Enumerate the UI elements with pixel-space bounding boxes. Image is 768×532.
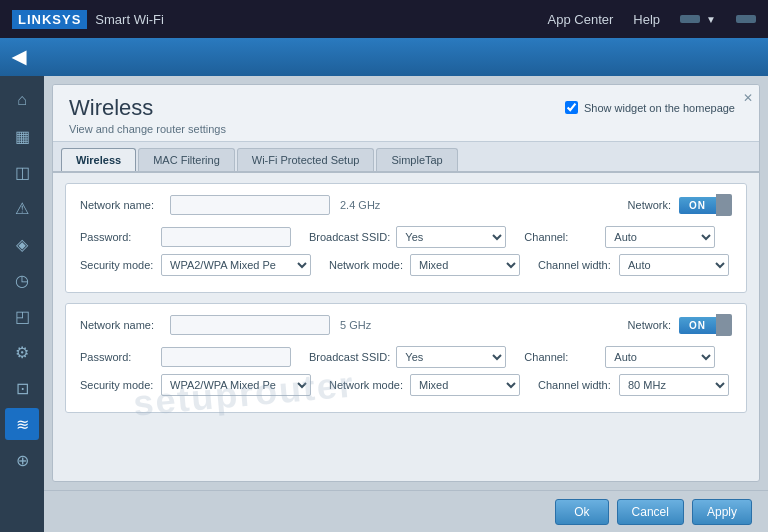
security-mode-label-2-4: Security mode: [80,259,155,271]
widget-checkbox-input[interactable] [565,101,578,114]
widget-checkbox-label: Show widget on the homepage [584,102,735,114]
toggle-on-5: ON [679,317,716,334]
network-name-label-5: Network name: [80,319,170,331]
page-subtitle: View and change router settings [69,123,743,135]
channel-width-select-2-4[interactable]: Auto 20 MHz 40 MHz [619,254,729,276]
linksys-logo: LINKSYS [12,10,87,29]
card-row-1-5: Password: Broadcast SSID: Yes No Channel… [80,346,732,368]
content-panel: Wireless View and change router settings… [52,84,760,482]
card-row-2-5: Security mode: WPA2/WPA Mixed Pe WPA2 Pe… [80,374,732,396]
scroll-area: setuprouter Network name: 2.4 GHz Networ… [53,173,759,481]
settings-nav-button[interactable] [736,15,756,23]
tab-simpletap[interactable]: SimpleTap [376,148,457,171]
page-header: Wireless View and change router settings… [53,85,759,142]
password-input-2-4[interactable] [161,227,291,247]
network-toggle-5: Network: ON [628,314,732,336]
toggle-switch-2-4[interactable]: ON [679,194,732,216]
app-center-link[interactable]: App Center [548,12,614,27]
channel-width-group-2-4: Channel width: Auto 20 MHz 40 MHz [538,254,729,276]
user-dropdown[interactable]: ▼ [680,14,716,25]
sidebar-item-home[interactable]: ⌂ [5,84,39,116]
help-link[interactable]: Help [633,12,660,27]
network-name-label-2-4: Network name: [80,199,170,211]
network-status-label-5: Network: [628,319,671,331]
sidebar-item-router[interactable]: ▦ [5,120,39,152]
password-group-2-4: Password: [80,227,291,247]
channel-select-5[interactable]: Auto 364044 [605,346,715,368]
sidebar-item-camera[interactable]: ⊡ [5,372,39,404]
channel-width-select-5[interactable]: Auto 20 MHz 40 MHz 80 MHz [619,374,729,396]
toggle-slider-2-4 [716,194,732,216]
sidebar-item-wifi[interactable]: ≋ [5,408,39,440]
sidebar-item-shield[interactable]: ⊕ [5,444,39,476]
sidebar-item-settings[interactable]: ⚙ [5,336,39,368]
blue-band: ◀ [0,38,768,76]
broadcast-ssid-group-2-4: Broadcast SSID: Yes No [309,226,506,248]
security-mode-group-2-4: Security mode: WPA2/WPA Mixed Pe WPA2 Pe… [80,254,311,276]
card-row-1-2-4: Password: Broadcast SSID: Yes No Channel… [80,226,732,248]
content-area: Wireless View and change router settings… [44,76,768,532]
channel-select-2-4[interactable]: Auto 1611 [605,226,715,248]
broadcast-ssid-select-5[interactable]: Yes No [396,346,506,368]
channel-group-5: Channel: Auto 364044 [524,346,715,368]
ok-button[interactable]: Ok [555,499,608,525]
apply-button[interactable]: Apply [692,499,752,525]
channel-group-2-4: Channel: Auto 1611 [524,226,715,248]
network-status-label-2-4: Network: [628,199,671,211]
app-name: Smart Wi-Fi [95,12,164,27]
tab-wifi-protected-setup[interactable]: Wi-Fi Protected Setup [237,148,375,171]
back-arrow-icon[interactable]: ◀ [12,46,26,68]
main-layout: ⌂ ▦ ◫ ⚠ ◈ ◷ ◰ ⚙ ⊡ ≋ ⊕ Wireless View and … [0,76,768,532]
network-mode-label-5: Network mode: [329,379,404,391]
card-header-2-4ghz: Network name: 2.4 GHz Network: ON [80,194,732,216]
ghz-label-2-4: 2.4 GHz [340,199,380,211]
network-name-input-2-4[interactable] [170,195,330,215]
sidebar-item-storage[interactable]: ◰ [5,300,39,332]
sidebar: ⌂ ▦ ◫ ⚠ ◈ ◷ ◰ ⚙ ⊡ ≋ ⊕ [0,76,44,532]
network-mode-group-2-4: Network mode: Mixed Wireless-N Only [329,254,520,276]
security-mode-select-5[interactable]: WPA2/WPA Mixed Pe WPA2 Personal None [161,374,311,396]
sidebar-item-security[interactable]: ◈ [5,228,39,260]
tab-wireless[interactable]: Wireless [61,148,136,171]
dropdown-arrow-icon: ▼ [706,14,716,25]
broadcast-ssid-select-2-4[interactable]: Yes No [396,226,506,248]
network-card-5ghz: Network name: 5 GHz Network: ON [65,303,747,413]
bottom-bar: Ok Cancel Apply [44,490,768,532]
toggle-on-2-4: ON [679,197,716,214]
sidebar-item-clock[interactable]: ◷ [5,264,39,296]
toggle-switch-5[interactable]: ON [679,314,732,336]
channel-label-5: Channel: [524,351,599,363]
password-input-5[interactable] [161,347,291,367]
user-button[interactable] [680,15,700,23]
widget-checkbox-area[interactable]: Show widget on the homepage [565,101,735,114]
security-mode-select-2-4[interactable]: WPA2/WPA Mixed Pe WPA2 Personal None [161,254,311,276]
password-group-5: Password: [80,347,291,367]
security-mode-group-5: Security mode: WPA2/WPA Mixed Pe WPA2 Pe… [80,374,311,396]
sidebar-item-devices[interactable]: ◫ [5,156,39,188]
broadcast-ssid-group-5: Broadcast SSID: Yes No [309,346,506,368]
channel-width-group-5: Channel width: Auto 20 MHz 40 MHz 80 MHz [538,374,729,396]
broadcast-ssid-label-2-4: Broadcast SSID: [309,231,390,243]
top-nav: LINKSYS Smart Wi-Fi App Center Help ▼ [0,0,768,38]
sidebar-item-warning[interactable]: ⚠ [5,192,39,224]
password-label-5: Password: [80,351,155,363]
network-mode-select-2-4[interactable]: Mixed Wireless-N Only [410,254,520,276]
broadcast-ssid-label-5: Broadcast SSID: [309,351,390,363]
network-toggle-2-4: Network: ON [628,194,732,216]
tab-mac-filtering[interactable]: MAC Filtering [138,148,235,171]
toggle-slider-5 [716,314,732,336]
ghz-label-5: 5 GHz [340,319,371,331]
card-row-2-2-4: Security mode: WPA2/WPA Mixed Pe WPA2 Pe… [80,254,732,276]
channel-label-2-4: Channel: [524,231,599,243]
network-name-input-5[interactable] [170,315,330,335]
network-mode-select-5[interactable]: Mixed Wireless-N Only [410,374,520,396]
network-mode-label-2-4: Network mode: [329,259,404,271]
tabs-bar: Wireless MAC Filtering Wi-Fi Protected S… [53,142,759,173]
card-header-5ghz: Network name: 5 GHz Network: ON [80,314,732,336]
cancel-button[interactable]: Cancel [617,499,684,525]
channel-width-label-5: Channel width: [538,379,613,391]
logo-area: LINKSYS Smart Wi-Fi [12,10,164,29]
security-mode-label-5: Security mode: [80,379,155,391]
password-label-2-4: Password: [80,231,155,243]
close-icon[interactable]: ✕ [743,91,753,105]
